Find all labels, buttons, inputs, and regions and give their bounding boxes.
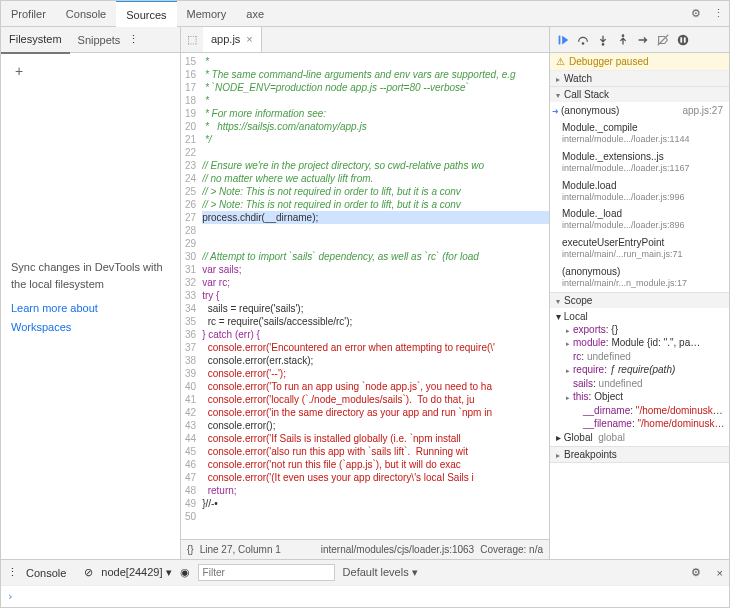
scope-global[interactable]: ▸ Global global [554,431,725,444]
code-line[interactable]: * `NODE_ENV=production node app.js --por… [202,81,549,94]
code-line[interactable]: rc = require('sails/accessible/rc'); [202,315,549,328]
code-line[interactable] [202,224,549,237]
watch-section[interactable]: Watch [550,71,729,86]
code-editor[interactable]: 1516171819202122232425262728293031323334… [181,53,549,539]
breakpoints-section[interactable]: Breakpoints [550,447,729,462]
scope-local[interactable]: ▾ Local [554,310,725,323]
console-label: Console [26,567,66,579]
learn-more-link[interactable]: Learn more about [11,300,170,317]
tab-sources[interactable]: Sources [116,0,176,28]
tab-profiler[interactable]: Profiler [1,1,56,27]
code-line[interactable]: console.error('not run this file (`app.j… [202,458,549,471]
scope-variable[interactable]: __filename: "/home/dominusk… [554,417,725,431]
file-tab-appjs[interactable]: app.js × [203,27,262,52]
scope-variable[interactable]: sails: undefined [554,377,725,391]
callstack-frame[interactable]: (anonymous)internal/main/r...n_module.js… [550,263,729,292]
code-line[interactable]: console.error('If Sails is installed glo… [202,432,549,445]
code-line[interactable]: * [202,55,549,68]
scope-variable[interactable]: __dirname: "/home/dominuske… [554,404,725,418]
callstack-frame[interactable]: executeUserEntryPointinternal/main/...ru… [550,234,729,263]
close-icon[interactable]: × [246,27,252,52]
tab-axe[interactable]: axe [236,1,274,27]
svg-point-2 [582,42,585,45]
code-line[interactable]: * https://sailsjs.com/anatomy/app.js [202,120,549,133]
scope-variable[interactable]: exports: {} [554,323,725,337]
code-line[interactable]: * For more information see: [202,107,549,120]
code-line[interactable]: } catch (err) { [202,328,549,341]
code-line[interactable] [202,510,549,523]
console-filter-input[interactable] [198,564,335,581]
editor-status-bar: {} Line 27, Column 1 internal/modules/cj… [181,539,549,559]
deactivate-breakpoints-icon[interactable] [654,31,672,49]
console-more-icon[interactable]: ⋮ [7,566,18,579]
code-line[interactable]: sails = require('sails'); [202,302,549,315]
code-line[interactable]: try { [202,289,549,302]
svg-point-6 [678,34,689,45]
tab-memory[interactable]: Memory [177,1,237,27]
code-line[interactable]: console.error('--'); [202,367,549,380]
snippets-tab[interactable]: Snippets [70,27,129,53]
scope-section[interactable]: Scope [550,293,729,308]
callstack-section[interactable]: Call Stack [550,87,729,102]
tab-console[interactable]: Console [56,1,116,27]
top-tab-bar: Profiler Console Sources Memory axe ⚙ ⋮ [1,1,729,27]
console-drawer: ⋮ Console ⊘ node[24429] ▾ ◉ Default leve… [1,559,729,585]
code-line[interactable]: // > Note: This is not required in order… [202,198,549,211]
step-into-icon[interactable] [594,31,612,49]
filesystem-tab[interactable]: Filesystem [1,26,70,54]
code-line[interactable]: // no matter where we actually lift from… [202,172,549,185]
settings-icon[interactable]: ⚙ [685,7,707,20]
eye-icon[interactable]: ◉ [180,566,190,579]
code-line[interactable]: process.chdir(__dirname); [202,211,549,224]
code-line[interactable]: console.error(); [202,419,549,432]
code-line[interactable]: * The same command-line arguments and en… [202,68,549,81]
scope-variable[interactable]: this: Object [554,390,725,404]
braces-icon[interactable]: {} [187,544,194,555]
workspaces-link[interactable]: Workspaces [11,319,170,336]
source-map-link[interactable]: internal/modules/cjs/loader.js:1063 [321,544,474,555]
code-line[interactable]: console.error('also run this app with `s… [202,445,549,458]
code-line[interactable]: console.error(err.stack); [202,354,549,367]
code-line[interactable]: console.error('To run an app using `node… [202,380,549,393]
more-icon[interactable]: ⋮ [707,7,729,20]
code-line[interactable]: * [202,94,549,107]
callstack-frame[interactable]: Module._loadinternal/module.../loader.js… [550,205,729,234]
code-line[interactable]: console.error('in the same directory as … [202,406,549,419]
step-out-icon[interactable] [614,31,632,49]
code-line[interactable]: // > Note: This is not required in order… [202,185,549,198]
context-selector[interactable]: node[24429] ▾ [101,566,171,579]
code-line[interactable]: console.error('locally (`./node_modules/… [202,393,549,406]
step-icon[interactable] [634,31,652,49]
callstack-frame[interactable]: Module.loadinternal/module.../loader.js:… [550,177,729,206]
callstack-frame[interactable]: Module._extensions..jsinternal/module...… [550,148,729,177]
code-line[interactable]: console.error('Encountered an error when… [202,341,549,354]
code-line[interactable]: // Ensure we're in the project directory… [202,159,549,172]
navigator-more-icon[interactable]: ⋮ [128,33,139,46]
code-line[interactable]: return; [202,484,549,497]
resume-icon[interactable] [554,31,572,49]
log-levels-selector[interactable]: Default levels ▾ [343,566,418,579]
scope-variable[interactable]: rc: undefined [554,350,725,364]
code-line[interactable]: var rc; [202,276,549,289]
scope-variable[interactable]: require: ƒ require(path) [554,363,725,377]
console-settings-icon[interactable]: ⚙ [691,566,701,579]
pause-exceptions-icon[interactable] [674,31,692,49]
navigator-sidebar: Filesystem Snippets ⋮ + Sync changes in … [1,27,181,559]
callstack-frame[interactable]: (anonymous)app.js:27 [550,102,729,119]
scope-variable[interactable]: module: Module {id: ".", pa… [554,336,725,350]
file-nav-icon[interactable]: ⬚ [181,33,203,46]
step-over-icon[interactable] [574,31,592,49]
console-close-icon[interactable]: × [717,567,723,579]
code-line[interactable]: }//-• [202,497,549,510]
debugger-paused-banner: Debugger paused [550,53,729,71]
code-line[interactable]: console.error('(It even uses your app di… [202,471,549,484]
add-folder-button[interactable]: + [15,63,170,79]
code-line[interactable]: // Attempt to import `sails` dependency,… [202,250,549,263]
code-line[interactable] [202,146,549,159]
console-prompt[interactable]: › [1,585,729,607]
callstack-frame[interactable]: Module._compileinternal/module.../loader… [550,119,729,148]
code-line[interactable]: var sails; [202,263,549,276]
svg-rect-8 [684,37,686,42]
code-line[interactable] [202,237,549,250]
code-line[interactable]: */ [202,133,549,146]
